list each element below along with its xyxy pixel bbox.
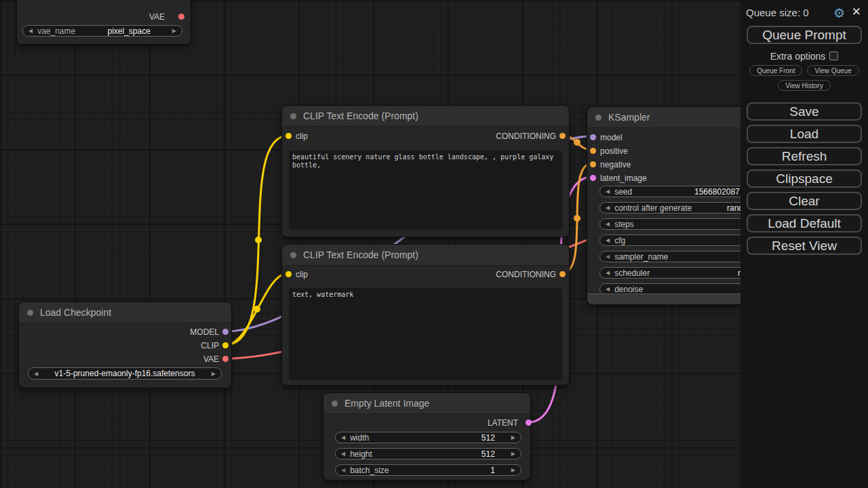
arrow-left-icon[interactable]: ◀ [606,235,610,246]
widget-label: control after generate [614,203,692,213]
history-button-row: View History [741,80,868,91]
arrow-right-icon[interactable]: ▶ [212,368,216,380]
vae-name-widget[interactable]: ◀ vae_name pixel_space ▶ [22,25,182,37]
node-header[interactable]: CLIP Text Encode (Prompt) [282,245,569,266]
reset-view-button[interactable]: Reset View [747,237,862,255]
node-load-checkpoint[interactable]: Load Checkpoint MODEL CLIP VAE ◀ v1-5-pr… [18,302,232,388]
queue-front-button[interactable]: Queue Front [749,65,802,76]
widget-label: cfg [614,236,625,245]
arrow-right-icon[interactable]: ▶ [172,25,176,37]
clipspace-button[interactable]: Clipspace [747,169,862,188]
node-title: CLIP Text Encode (Prompt) [303,249,418,260]
collapse-dot-icon[interactable] [290,113,296,119]
load-default-button[interactable]: Load Default [747,214,862,232]
extra-options-label: Extra options [770,51,826,62]
view-history-button[interactable]: View History [778,80,830,91]
prompt-textarea[interactable]: text, watermark [289,288,562,380]
node-empty-latent-image[interactable]: Empty Latent Image LATENT ◀ width 512 ▶ … [323,392,531,481]
arrow-left-icon[interactable]: ◀ [606,251,610,262]
clear-button[interactable]: Clear [747,192,862,210]
vae-output-port[interactable] [178,14,184,20]
action-buttons: Save Load Refresh Clipspace Clear Load D… [741,102,868,255]
node-title: Empty Latent Image [344,398,429,409]
arrow-left-icon[interactable]: ◀ [341,464,345,476]
prompt-textarea[interactable]: beautiful scenery nature glass bottle la… [289,150,562,230]
port-label-latent: LATENT [488,419,518,427]
port-label-clip: CLIP [201,342,219,350]
port-label-vae: VAE [203,355,219,363]
clip-output-port[interactable] [222,342,229,348]
conditioning-output-port[interactable] [559,271,566,277]
close-icon[interactable]: ✕ [852,5,861,19]
arrow-left-icon[interactable]: ◀ [341,432,345,443]
latent-output-port[interactable] [526,420,532,426]
collapse-dot-icon[interactable] [332,401,338,407]
node-title: Load Checkpoint [40,307,111,318]
settings-gear-icon[interactable]: ⚙ [833,5,845,21]
queue-prompt-button[interactable]: Queue Prompt [747,26,862,44]
port-label-positive: positive [600,147,628,155]
conditioning-output-port[interactable] [559,133,566,139]
port-label-model: model [600,134,623,142]
widget-label: seed [614,187,632,197]
widget-value: pixel_space [107,26,150,36]
port-label-clip: clip [296,270,308,279]
save-button[interactable]: Save [747,102,862,121]
batch-size-widget[interactable]: ◀ batch_size 1 ▶ [335,464,521,476]
collapse-dot-icon[interactable] [27,310,33,316]
view-queue-button[interactable]: View Queue [807,65,859,76]
model-output-port[interactable] [222,329,229,335]
widget-label: vae_name [37,26,75,36]
queue-buttons-row: Queue Front View Queue [741,65,868,76]
arrow-left-icon[interactable]: ◀ [34,368,38,380]
clip-input-port[interactable] [285,271,292,277]
arrow-right-icon[interactable]: ▶ [511,464,515,476]
refresh-button[interactable]: Refresh [747,147,862,165]
port-label-model: MODEL [190,328,219,336]
arrow-left-icon[interactable]: ◀ [606,202,610,214]
widget-value: 512 [481,433,495,443]
arrow-left-icon[interactable]: ◀ [606,218,610,230]
node-header[interactable]: Load Checkpoint [19,302,231,323]
arrow-left-icon[interactable]: ◀ [606,186,610,197]
arrow-right-icon[interactable]: ▶ [511,432,515,443]
vae-output-port[interactable] [222,356,229,362]
negative-input-port[interactable] [590,161,596,167]
arrow-left-icon[interactable]: ◀ [341,448,345,460]
node-clip-text-encode-negative[interactable]: CLIP Text Encode (Prompt) clip CONDITION… [281,244,570,386]
collapse-dot-icon[interactable] [290,252,296,258]
node-clip-text-encode-positive[interactable]: CLIP Text Encode (Prompt) clip CONDITION… [281,105,570,237]
widget-value: 1 [490,466,495,475]
node-header[interactable]: Empty Latent Image [323,393,530,414]
port-label-conditioning: CONDITIONING [496,270,556,279]
load-button[interactable]: Load [747,125,862,143]
queue-size-label: Queue size: 0 [746,7,809,18]
height-widget[interactable]: ◀ height 512 ▶ [335,448,521,460]
node-load-vae[interactable]: VAE ◀ vae_name pixel_space ▶ [16,0,191,45]
node-title: KSampler [608,112,650,123]
width-widget[interactable]: ◀ width 512 ▶ [335,432,521,443]
widget-value: 1566802087 [694,187,740,197]
clip-input-port[interactable] [285,133,292,139]
port-label-negative: negative [600,161,631,169]
comfyui-menu-panel: Queue size: 0 ⚙ ✕ Queue Prompt Extra opt… [741,0,868,488]
widget-label: batch_size [350,466,389,475]
widget-label: steps [614,220,634,229]
extra-options-checkbox[interactable] [829,52,838,60]
positive-input-port[interactable] [590,148,596,154]
arrow-left-icon[interactable]: ◀ [606,267,610,279]
widget-label: scheduler [614,268,650,278]
port-label-vae-out: VAE [149,13,165,21]
node-header[interactable]: CLIP Text Encode (Prompt) [282,106,569,127]
widget-label: height [350,449,372,459]
arrow-right-icon[interactable]: ▶ [511,448,515,460]
model-input-port[interactable] [590,134,596,140]
widget-value: 512 [481,449,495,459]
port-label-clip: clip [296,132,308,140]
collapse-dot-icon[interactable] [595,115,601,121]
port-label-latent-image: latent_image [600,174,647,182]
latent-image-input-port[interactable] [590,175,596,181]
port-label-conditioning: CONDITIONING [496,132,556,140]
arrow-left-icon[interactable]: ◀ [28,25,33,37]
ckpt-name-widget[interactable]: ◀ v1-5-pruned-emaonly-fp16.safetensors ▶ [28,367,222,380]
